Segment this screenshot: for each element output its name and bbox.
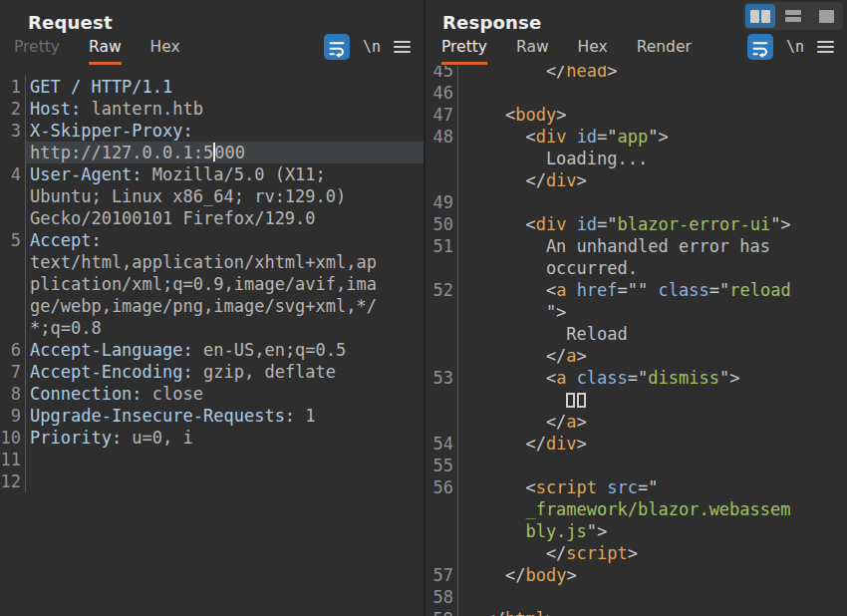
code-text: </div> xyxy=(458,433,847,455)
code-row: ge/webp,image/png,image/svg+xml,*/ xyxy=(0,295,424,317)
tab-raw[interactable]: Raw xyxy=(89,38,122,65)
newline-toggle[interactable]: \n xyxy=(363,38,381,56)
code-text: Connection: close xyxy=(26,383,424,405)
split-rows-button[interactable] xyxy=(778,4,808,28)
request-menu-button[interactable] xyxy=(394,41,411,53)
line-number: 12 xyxy=(0,470,26,492)
split-rows-icon xyxy=(785,10,801,22)
request-code: 1GET / HTTP/1.12Host: lantern.htb3X-Skip… xyxy=(0,76,424,492)
code-text: </div> xyxy=(458,169,847,191)
line-number: 52 xyxy=(425,279,458,301)
line-number: 59 xyxy=(425,608,458,616)
code-text xyxy=(26,449,424,470)
tab-pretty[interactable]: Pretty xyxy=(441,38,487,65)
line-number xyxy=(0,207,26,229)
line-number: 50 xyxy=(425,213,458,235)
code-row: "> xyxy=(425,301,847,323)
code-text xyxy=(26,470,424,492)
code-text: </body> xyxy=(458,564,847,586)
request-toolbar: \n xyxy=(324,34,411,65)
code-text xyxy=(458,586,847,608)
code-row: 8Connection: close xyxy=(0,383,424,405)
code-text xyxy=(458,191,847,213)
layout-toggle-group xyxy=(743,2,843,30)
word-wrap-button[interactable] xyxy=(324,34,350,60)
code-row: 6Accept-Language: en-US,en;q=0.5 xyxy=(0,339,424,361)
line-number xyxy=(425,411,458,433)
code-row: 50 <div id="blazor-error-ui"> xyxy=(425,213,847,235)
code-row: http://127.0.0.1:5000 xyxy=(0,142,424,163)
code-text: GET / HTTP/1.1 xyxy=(26,76,424,98)
code-row: 10Priority: u=0, i xyxy=(0,427,424,449)
code-text: bly.js"> xyxy=(458,520,847,542)
line-number xyxy=(425,169,458,191)
hamburger-icon xyxy=(817,41,834,43)
tab-render[interactable]: Render xyxy=(637,38,692,65)
response-code: 45 </head>4647 <body>48 <div id="app"> L… xyxy=(425,66,847,616)
request-panel: Request PrettyRawHex \n 1GET / HTTP/1.12… xyxy=(0,0,424,616)
line-number xyxy=(0,273,26,295)
code-text: Loading... xyxy=(458,148,847,169)
code-text: </html> xyxy=(458,608,847,616)
line-number xyxy=(425,257,458,279)
tab-hex[interactable]: Hex xyxy=(150,38,180,65)
code-text: X-Skipper-Proxy: xyxy=(26,120,424,142)
newline-toggle[interactable]: \n xyxy=(786,38,804,56)
line-number: 9 xyxy=(0,405,26,427)
code-text: <a href="" class="reload xyxy=(458,279,847,301)
code-text: Accept-Language: en-US,en;q=0.5 xyxy=(26,339,424,361)
single-pane-icon xyxy=(819,10,834,23)
line-number xyxy=(0,317,26,339)
code-text: http://127.0.0.1:5000 xyxy=(26,142,424,163)
response-editor[interactable]: 45 </head>4647 <body>48 <div id="app"> L… xyxy=(425,66,847,616)
code-row: 59 </html> xyxy=(425,608,847,616)
code-row: occurred. xyxy=(425,257,847,279)
code-row: _framework/blazor.webassem xyxy=(425,498,847,520)
code-row: 47 <body> xyxy=(425,104,847,126)
request-editor[interactable]: 1GET / HTTP/1.12Host: lantern.htb3X-Skip… xyxy=(0,72,424,616)
tab-hex[interactable]: Hex xyxy=(578,38,608,65)
code-row: 3X-Skipper-Proxy: xyxy=(0,120,424,142)
code-text: Ubuntu; Linux x86_64; rv:129.0) xyxy=(26,185,424,207)
code-row: 5Accept: xyxy=(0,229,424,251)
request-tabbar: PrettyRawHex \n xyxy=(0,33,424,65)
code-text: Accept-Encoding: gzip, deflate xyxy=(26,361,424,383)
word-wrap-button[interactable] xyxy=(747,34,773,60)
code-row: bly.js"> xyxy=(425,520,847,542)
missing-glyph-box xyxy=(566,393,575,408)
code-text: </a> xyxy=(458,345,847,367)
word-wrap-icon xyxy=(326,36,348,58)
tab-raw[interactable]: Raw xyxy=(516,38,549,65)
code-row: 11 xyxy=(0,449,424,470)
response-menu-button[interactable] xyxy=(817,41,834,53)
code-text: _framework/blazor.webassem xyxy=(458,498,847,520)
split-columns-button[interactable] xyxy=(745,4,775,28)
tab-pretty[interactable]: Pretty xyxy=(14,38,60,65)
code-text: </script> xyxy=(458,542,847,564)
line-number: 10 xyxy=(0,427,26,449)
line-number xyxy=(0,295,26,317)
line-number xyxy=(425,542,458,564)
code-row: plication/xml;q=0.9,image/avif,ima xyxy=(0,273,424,295)
code-row: 54 </div> xyxy=(425,433,847,455)
line-number: 53 xyxy=(425,367,458,389)
line-number: 54 xyxy=(425,433,458,455)
code-text: Gecko/20100101 Firefox/129.0 xyxy=(26,207,424,229)
code-row: 51 An unhandled error has xyxy=(425,235,847,257)
single-pane-button[interactable] xyxy=(811,4,841,28)
code-text: Accept: xyxy=(26,229,424,251)
line-number: 45 xyxy=(425,66,458,82)
code-row: </a> xyxy=(425,411,847,433)
code-row: </a> xyxy=(425,345,847,367)
line-number: 56 xyxy=(425,476,458,498)
split-columns-icon xyxy=(750,10,759,23)
line-number: 46 xyxy=(425,82,458,104)
code-text xyxy=(458,82,847,104)
code-row: Loading... xyxy=(425,148,847,169)
code-text: <a class="dismiss"> xyxy=(458,367,847,389)
code-row: 4User-Agent: Mozilla/5.0 (X11; xyxy=(0,163,424,185)
line-number: 58 xyxy=(425,586,458,608)
line-number: 55 xyxy=(425,455,458,476)
line-number: 11 xyxy=(0,449,26,470)
code-text: *;q=0.8 xyxy=(26,317,424,339)
